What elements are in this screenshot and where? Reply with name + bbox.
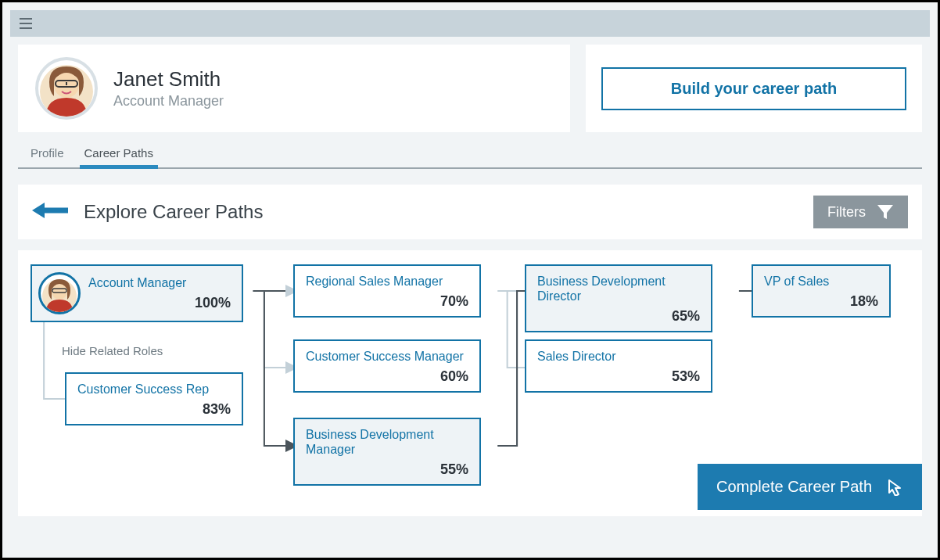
node-customer-success-manager[interactable]: Customer Success Manager 60%	[293, 339, 481, 393]
node-percent: 70%	[306, 293, 468, 310]
career-path-canvas: Account Manager 100% Hide Related Roles …	[18, 250, 922, 516]
tab-career-paths[interactable]: Career Paths	[84, 142, 153, 167]
build-career-path-button[interactable]: Build your career path	[601, 67, 906, 110]
node-title: Customer Success Manager	[306, 349, 468, 364]
tab-profile[interactable]: Profile	[30, 142, 64, 167]
top-bar	[10, 10, 930, 37]
node-percent: 60%	[306, 368, 468, 385]
svg-marker-12	[889, 480, 900, 496]
node-percent: 83%	[77, 401, 231, 418]
filters-button[interactable]: Filters	[813, 196, 908, 228]
node-title: VP of Sales	[764, 274, 878, 289]
filters-label: Filters	[827, 204, 866, 221]
complete-label: Complete Career Path	[716, 478, 872, 496]
node-percent: 100%	[88, 295, 231, 311]
node-regional-sales-manager[interactable]: Regional Sales Manager 70%	[293, 264, 481, 318]
header-row: Janet Smith Account Manager Build your c…	[18, 45, 922, 132]
avatar	[35, 57, 98, 120]
profile-text: Janet Smith Account Manager	[113, 67, 224, 109]
node-title: Customer Success Rep	[77, 382, 231, 397]
explore-bar: Explore Career Paths Filters	[18, 185, 922, 239]
svg-point-10	[52, 284, 67, 300]
node-title: Regional Sales Manager	[306, 274, 468, 289]
filter-icon	[877, 203, 894, 221]
explore-title: Explore Career Paths	[84, 201, 799, 223]
tab-bar: Profile Career Paths	[18, 142, 922, 169]
avatar-image	[38, 60, 95, 117]
node-customer-success-rep[interactable]: Customer Success Rep 83%	[65, 372, 243, 425]
node-vp-of-sales[interactable]: VP of Sales 18%	[752, 264, 891, 318]
node-title: Business Development Manager	[306, 427, 468, 457]
profile-card: Janet Smith Account Manager	[18, 45, 570, 132]
app-frame: Janet Smith Account Manager Build your c…	[0, 0, 940, 560]
cursor-icon	[888, 479, 903, 496]
node-percent: 65%	[537, 308, 700, 325]
node-title: Account Manager	[88, 275, 231, 290]
profile-name: Janet Smith	[113, 67, 224, 92]
back-arrow-icon[interactable]	[32, 200, 70, 224]
node-percent: 55%	[306, 461, 468, 478]
node-account-manager[interactable]: Account Manager 100%	[30, 264, 243, 322]
menu-icon[interactable]	[20, 18, 32, 29]
svg-marker-6	[877, 205, 893, 219]
svg-marker-5	[32, 203, 45, 218]
node-business-development-manager[interactable]: Business Development Manager 55%	[293, 418, 481, 486]
node-sales-director[interactable]: Sales Director 53%	[525, 339, 712, 393]
hide-related-roles-toggle[interactable]: Hide Related Roles	[62, 344, 163, 357]
avatar-small	[38, 272, 81, 314]
node-title: Sales Director	[537, 349, 700, 364]
complete-career-path-button[interactable]: Complete Career Path	[698, 464, 922, 510]
node-percent: 18%	[764, 293, 878, 310]
build-card: Build your career path	[586, 45, 922, 132]
profile-title: Account Manager	[113, 93, 224, 109]
node-business-development-director[interactable]: Business Development Director 65%	[525, 264, 712, 332]
node-title: Business Development Director	[537, 274, 700, 303]
node-percent: 53%	[537, 368, 700, 385]
